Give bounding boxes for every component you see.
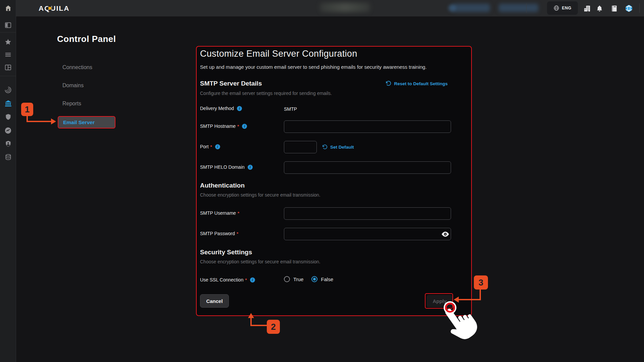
required-asterisk: * bbox=[238, 211, 239, 216]
required-asterisk: * bbox=[210, 144, 212, 149]
delivery-method-value: SMTP bbox=[284, 106, 297, 112]
gauge-compass-icon[interactable] bbox=[0, 127, 16, 134]
use-ssl-label: Use SSL Connection * i bbox=[200, 277, 255, 282]
app-logo: AQUILA bbox=[39, 4, 70, 12]
delivery-method-label-text: Delivery Method bbox=[200, 106, 234, 111]
redacted-user-info bbox=[453, 4, 490, 12]
sidebar-item-email-server-label: Email Server bbox=[63, 119, 95, 125]
database-icon[interactable] bbox=[0, 154, 16, 161]
notifications-bell-icon[interactable] bbox=[595, 4, 603, 12]
documentation-book-icon[interactable] bbox=[610, 4, 618, 12]
organization-icon[interactable] bbox=[583, 4, 591, 12]
click-highlight-ring bbox=[445, 303, 455, 313]
shield-icon[interactable] bbox=[0, 113, 16, 120]
form-subtitle: Set up and manage your custom email serv… bbox=[200, 64, 427, 70]
icon-sidebar bbox=[0, 0, 16, 362]
redacted-org-info bbox=[499, 4, 538, 12]
smtp-helo-domain-label: SMTP HELO Domain i bbox=[200, 164, 253, 170]
info-icon[interactable]: i bbox=[248, 165, 253, 170]
panel-toggle-icon[interactable] bbox=[0, 21, 16, 29]
smtp-username-input[interactable] bbox=[284, 207, 451, 220]
step-1-connector-line bbox=[27, 121, 51, 122]
use-ssl-label-text: Use SSL Connection bbox=[200, 277, 243, 282]
required-asterisk: * bbox=[237, 124, 239, 129]
step-3-marker: 3 bbox=[474, 275, 488, 290]
control-panel-bank-icon-active[interactable] bbox=[0, 100, 16, 107]
info-icon[interactable]: i bbox=[215, 144, 220, 149]
dashboard-layout-icon[interactable] bbox=[0, 64, 16, 71]
page-title: Control Panel bbox=[57, 34, 116, 44]
port-label-text: Port bbox=[200, 144, 209, 149]
port-input[interactable] bbox=[284, 141, 317, 153]
step-2-connector-line bbox=[251, 325, 267, 326]
step-1-marker: 1 bbox=[21, 103, 33, 116]
top-bar: AQUILA ENG bbox=[16, 0, 644, 16]
sidebar-item-connections[interactable]: Connections bbox=[62, 64, 92, 70]
support-sphere-icon[interactable] bbox=[625, 4, 633, 12]
ssl-false-radio-selected[interactable] bbox=[311, 276, 317, 282]
favorites-star-icon[interactable] bbox=[0, 38, 16, 46]
smtp-section-description: Configure the email server settings requ… bbox=[200, 91, 332, 96]
required-asterisk: * bbox=[245, 277, 247, 282]
set-default-label: Set Default bbox=[330, 145, 354, 150]
step-2-connector-line bbox=[250, 318, 252, 326]
step-3-connector-line bbox=[458, 299, 481, 300]
sidebar-separator bbox=[0, 76, 16, 76]
smtp-hostname-input[interactable] bbox=[284, 120, 451, 133]
sidebar-separator bbox=[0, 32, 16, 33]
step-1-arrow bbox=[51, 118, 56, 124]
ssl-true-label: True bbox=[293, 276, 303, 282]
smtp-password-label-text: SMTP Password bbox=[200, 231, 235, 236]
shield-user-icon[interactable] bbox=[0, 140, 16, 147]
email-server-config-card: Customize Email Server Configuration Set… bbox=[196, 46, 472, 316]
sidebar-item-domains[interactable]: Domains bbox=[62, 83, 84, 89]
step-3-arrow bbox=[454, 297, 459, 303]
cancel-button[interactable]: Cancel bbox=[200, 294, 229, 308]
auth-section-title: Authentication bbox=[200, 182, 245, 189]
set-default-button[interactable]: Set Default bbox=[322, 141, 354, 153]
required-asterisk: * bbox=[237, 231, 238, 236]
security-section-description: Choose encryption settings for secure em… bbox=[200, 259, 320, 264]
topbar-divider bbox=[639, 3, 640, 13]
globe-icon bbox=[553, 5, 559, 11]
smtp-helo-domain-label-text: SMTP HELO Domain bbox=[200, 164, 245, 170]
home-icon[interactable] bbox=[0, 5, 16, 12]
info-icon[interactable]: i bbox=[242, 124, 247, 129]
ssl-false-label: False bbox=[321, 276, 333, 282]
app-screen: AQUILA ENG bbox=[0, 0, 644, 362]
smtp-username-label: SMTP Username * bbox=[200, 210, 239, 216]
security-section-title: Security Settings bbox=[200, 249, 252, 256]
step-2-arrow bbox=[248, 313, 254, 318]
rotate-ccw-icon bbox=[322, 145, 328, 150]
reset-to-default-button[interactable]: Reset to Default Settings bbox=[386, 81, 448, 87]
info-icon[interactable]: i bbox=[237, 106, 242, 111]
rotate-ccw-icon bbox=[386, 81, 391, 87]
step-2-marker: 2 bbox=[267, 320, 280, 334]
password-visibility-eye-icon[interactable] bbox=[441, 230, 450, 239]
info-icon[interactable]: i bbox=[250, 277, 255, 282]
sidebar-item-reports[interactable]: Reports bbox=[62, 101, 81, 107]
smtp-username-label-text: SMTP Username bbox=[200, 210, 236, 216]
sidebar-item-email-server-active[interactable]: Email Server bbox=[58, 116, 115, 128]
logo-q-dot bbox=[48, 7, 51, 10]
language-selector[interactable]: ENG bbox=[547, 1, 578, 15]
ssl-true-radio[interactable] bbox=[284, 276, 290, 282]
use-ssl-radio-group: True False bbox=[284, 276, 333, 282]
smtp-password-label: SMTP Password * bbox=[200, 231, 238, 236]
auth-section-description: Choose encryption settings for secure em… bbox=[200, 192, 320, 198]
smtp-helo-domain-input[interactable] bbox=[284, 161, 451, 174]
smtp-hostname-label: SMTP Hostname * i bbox=[200, 123, 247, 129]
smtp-hostname-label-text: SMTP Hostname bbox=[200, 123, 236, 129]
radar-target-icon[interactable] bbox=[0, 86, 16, 94]
smtp-section-title: SMTP Server Details bbox=[200, 80, 262, 87]
smtp-password-input[interactable] bbox=[284, 228, 451, 240]
language-label: ENG bbox=[562, 6, 572, 10]
port-label: Port * i bbox=[200, 144, 220, 149]
reset-to-default-label: Reset to Default Settings bbox=[394, 81, 448, 86]
redacted-center-text bbox=[320, 3, 370, 12]
delivery-method-label: Delivery Method i bbox=[200, 106, 242, 111]
form-title: Customize Email Server Configuration bbox=[200, 49, 357, 59]
topbar-divider bbox=[526, 3, 527, 13]
list-menu-icon[interactable] bbox=[0, 51, 16, 58]
